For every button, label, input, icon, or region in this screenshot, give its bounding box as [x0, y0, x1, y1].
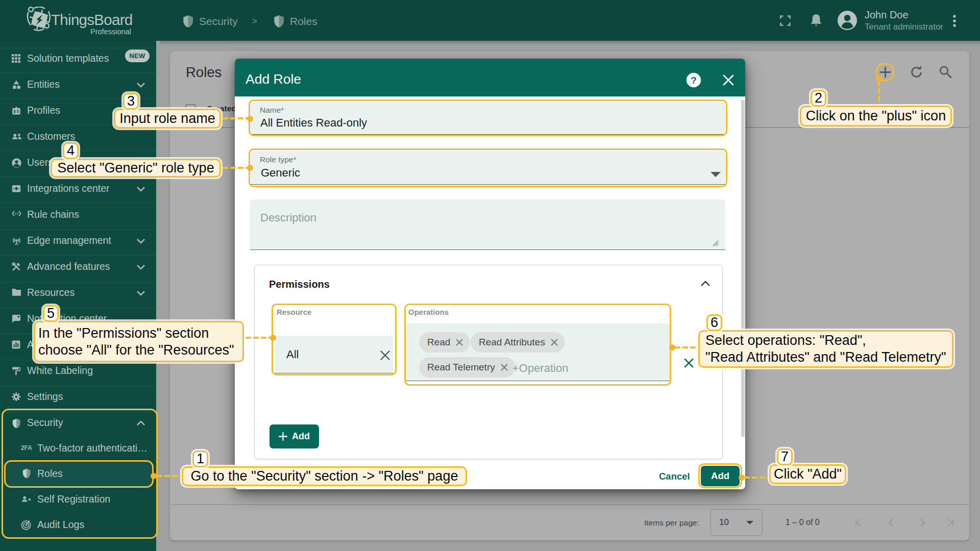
svg-text:?: ?: [691, 75, 697, 86]
